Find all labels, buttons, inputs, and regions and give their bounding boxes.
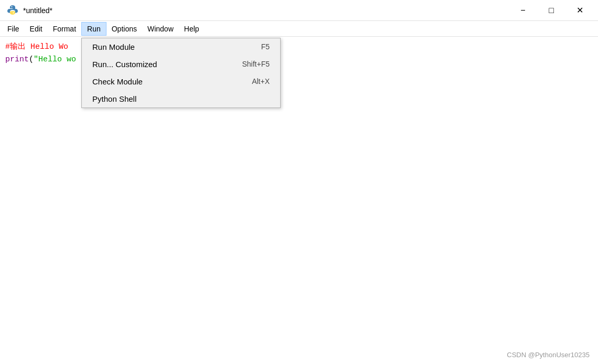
menu-item-run[interactable]: Run xyxy=(81,22,106,36)
title-left: *untitled* xyxy=(6,4,52,17)
python-icon xyxy=(6,4,19,17)
menu-item-format[interactable]: Format xyxy=(48,23,81,35)
check-module-shortcut: Alt+X xyxy=(252,77,270,85)
menu-item-help[interactable]: Help xyxy=(179,23,205,35)
title-bar: *untitled* − □ ✕ xyxy=(0,0,598,21)
check-module-label: Check Module xyxy=(92,77,143,86)
window-title: *untitled* xyxy=(23,6,52,15)
code-comment: #输出 Hello Wo xyxy=(5,42,68,51)
dropdown-item-python-shell[interactable]: Python Shell xyxy=(82,90,280,108)
run-customized-label: Run... Customized xyxy=(92,60,157,69)
menu-bar: File Edit Format Run Run Module F5 Run..… xyxy=(0,21,598,37)
minimize-button[interactable]: − xyxy=(511,3,535,18)
code-print-keyword: print xyxy=(5,55,29,64)
close-button[interactable]: ✕ xyxy=(568,3,592,18)
watermark: CSDN @PythonUser10235 xyxy=(507,351,590,359)
menu-item-window[interactable]: Window xyxy=(142,23,179,35)
dropdown-item-run-module[interactable]: Run Module F5 xyxy=(82,38,280,56)
dropdown-item-check-module[interactable]: Check Module Alt+X xyxy=(82,73,280,90)
run-module-shortcut: F5 xyxy=(261,42,270,51)
run-module-label: Run Module xyxy=(92,42,135,51)
menu-item-options[interactable]: Options xyxy=(106,23,142,35)
menu-item-edit[interactable]: Edit xyxy=(25,23,48,35)
run-customized-shortcut: Shift+F5 xyxy=(242,60,270,68)
code-string: "Hello wo xyxy=(34,55,76,64)
python-shell-label: Python Shell xyxy=(92,94,136,103)
run-menu-container: Run Run Module F5 Run... Customized Shif… xyxy=(81,22,106,36)
dropdown-item-run-customized[interactable]: Run... Customized Shift+F5 xyxy=(82,56,280,73)
title-controls: − □ ✕ xyxy=(511,3,592,18)
run-dropdown: Run Module F5 Run... Customized Shift+F5… xyxy=(81,38,281,108)
menu-item-file[interactable]: File xyxy=(2,23,25,35)
maximize-button[interactable]: □ xyxy=(539,3,563,18)
